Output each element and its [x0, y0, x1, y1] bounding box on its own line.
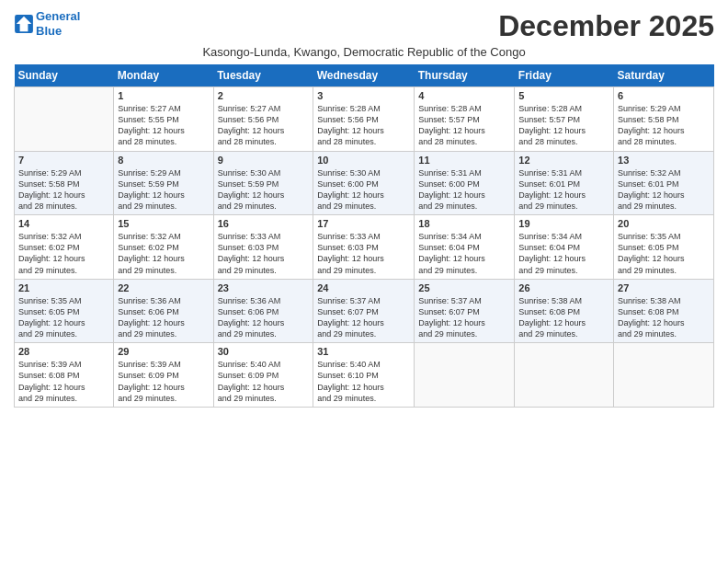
- calendar-cell: 11Sunrise: 5:31 AMSunset: 6:00 PMDayligh…: [415, 151, 515, 215]
- col-monday: Monday: [114, 64, 213, 87]
- day-info: Sunrise: 5:32 AMSunset: 6:02 PMDaylight:…: [18, 231, 109, 276]
- day-number: 9: [218, 155, 310, 166]
- calendar-cell: 18Sunrise: 5:34 AMSunset: 6:04 PMDayligh…: [415, 215, 515, 280]
- day-info: Sunrise: 5:35 AMSunset: 6:05 PMDaylight:…: [18, 295, 109, 340]
- day-info: Sunrise: 5:40 AMSunset: 6:09 PMDaylight:…: [218, 359, 310, 404]
- day-info: Sunrise: 5:36 AMSunset: 6:06 PMDaylight:…: [218, 295, 310, 340]
- calendar-cell: 4Sunrise: 5:28 AMSunset: 5:57 PMDaylight…: [415, 87, 515, 152]
- day-info: Sunrise: 5:28 AMSunset: 5:56 PMDaylight:…: [317, 103, 410, 148]
- col-saturday: Saturday: [614, 64, 714, 87]
- day-number: 19: [518, 218, 609, 229]
- day-number: 14: [18, 218, 109, 229]
- calendar-week-2: 7Sunrise: 5:29 AMSunset: 5:58 PMDaylight…: [15, 151, 714, 215]
- page: General Blue December 2025 Kasongo-Lunda…: [0, 0, 728, 563]
- calendar-cell: 15Sunrise: 5:32 AMSunset: 6:02 PMDayligh…: [114, 215, 213, 280]
- calendar-cell: 31Sunrise: 5:40 AMSunset: 6:10 PMDayligh…: [313, 343, 415, 408]
- calendar-cell: 27Sunrise: 5:38 AMSunset: 6:08 PMDayligh…: [614, 279, 714, 343]
- logo-line1: General: [36, 9, 80, 23]
- day-info: Sunrise: 5:33 AMSunset: 6:03 PMDaylight:…: [317, 231, 410, 276]
- day-number: 25: [418, 282, 510, 293]
- day-info: Sunrise: 5:31 AMSunset: 6:01 PMDaylight:…: [518, 167, 609, 213]
- day-number: 12: [518, 155, 609, 166]
- day-info: Sunrise: 5:27 AMSunset: 5:56 PMDaylight:…: [218, 103, 310, 148]
- day-info: Sunrise: 5:36 AMSunset: 6:06 PMDaylight:…: [118, 295, 209, 340]
- day-info: Sunrise: 5:37 AMSunset: 6:07 PMDaylight:…: [418, 295, 510, 340]
- calendar-cell: 16Sunrise: 5:33 AMSunset: 6:03 PMDayligh…: [213, 215, 313, 280]
- logo-text: General Blue: [36, 9, 80, 38]
- day-number: 10: [317, 155, 410, 166]
- day-number: 1: [118, 90, 209, 101]
- day-number: 2: [218, 90, 310, 101]
- logo-icon: [14, 14, 34, 34]
- day-number: 26: [518, 282, 609, 293]
- calendar-cell: 14Sunrise: 5:32 AMSunset: 6:02 PMDayligh…: [15, 215, 114, 280]
- calendar-cell: [15, 87, 114, 152]
- calendar-cell: 13Sunrise: 5:32 AMSunset: 6:01 PMDayligh…: [614, 151, 714, 215]
- day-info: Sunrise: 5:29 AMSunset: 5:59 PMDaylight:…: [118, 167, 209, 213]
- calendar-cell: 9Sunrise: 5:30 AMSunset: 5:59 PMDaylight…: [213, 151, 313, 215]
- day-number: 27: [618, 282, 710, 293]
- day-info: Sunrise: 5:38 AMSunset: 6:08 PMDaylight:…: [518, 295, 609, 340]
- col-friday: Friday: [515, 64, 614, 87]
- calendar-cell: [515, 343, 614, 408]
- calendar-cell: 28Sunrise: 5:39 AMSunset: 6:08 PMDayligh…: [15, 343, 114, 408]
- calendar-week-1: 1Sunrise: 5:27 AMSunset: 5:55 PMDaylight…: [15, 87, 714, 152]
- calendar-cell: 3Sunrise: 5:28 AMSunset: 5:56 PMDaylight…: [313, 87, 415, 152]
- header: General Blue December 2025: [14, 9, 714, 43]
- col-wednesday: Wednesday: [313, 64, 415, 87]
- day-number: 30: [218, 346, 310, 357]
- logo-line2: Blue: [36, 24, 62, 38]
- day-info: Sunrise: 5:28 AMSunset: 5:57 PMDaylight:…: [418, 103, 510, 148]
- day-number: 22: [118, 282, 209, 293]
- day-number: 11: [418, 155, 510, 166]
- calendar-cell: 10Sunrise: 5:30 AMSunset: 6:00 PMDayligh…: [313, 151, 415, 215]
- calendar-cell: 6Sunrise: 5:29 AMSunset: 5:58 PMDaylight…: [614, 87, 714, 152]
- subtitle: Kasongo-Lunda, Kwango, Democratic Republ…: [14, 45, 714, 59]
- col-tuesday: Tuesday: [213, 64, 313, 87]
- calendar-cell: 21Sunrise: 5:35 AMSunset: 6:05 PMDayligh…: [15, 279, 114, 343]
- calendar-week-5: 28Sunrise: 5:39 AMSunset: 6:08 PMDayligh…: [15, 343, 714, 408]
- day-info: Sunrise: 5:31 AMSunset: 6:00 PMDaylight:…: [418, 167, 510, 213]
- day-info: Sunrise: 5:32 AMSunset: 6:02 PMDaylight:…: [118, 231, 209, 276]
- day-number: 18: [418, 218, 510, 229]
- calendar-header: Sunday Monday Tuesday Wednesday Thursday…: [15, 64, 714, 87]
- day-number: 6: [618, 90, 710, 101]
- day-info: Sunrise: 5:30 AMSunset: 6:00 PMDaylight:…: [317, 167, 410, 213]
- calendar: Sunday Monday Tuesday Wednesday Thursday…: [14, 64, 714, 408]
- day-info: Sunrise: 5:29 AMSunset: 5:58 PMDaylight:…: [18, 167, 109, 213]
- day-number: 16: [218, 218, 310, 229]
- calendar-body: 1Sunrise: 5:27 AMSunset: 5:55 PMDaylight…: [15, 87, 714, 408]
- calendar-cell: 20Sunrise: 5:35 AMSunset: 6:05 PMDayligh…: [614, 215, 714, 280]
- day-number: 31: [317, 346, 410, 357]
- day-number: 15: [118, 218, 209, 229]
- day-info: Sunrise: 5:33 AMSunset: 6:03 PMDaylight:…: [218, 231, 310, 276]
- logo: General Blue: [14, 9, 80, 38]
- calendar-week-3: 14Sunrise: 5:32 AMSunset: 6:02 PMDayligh…: [15, 215, 714, 280]
- calendar-cell: 12Sunrise: 5:31 AMSunset: 6:01 PMDayligh…: [515, 151, 614, 215]
- day-number: 24: [317, 282, 410, 293]
- calendar-cell: 5Sunrise: 5:28 AMSunset: 5:57 PMDaylight…: [515, 87, 614, 152]
- calendar-cell: 23Sunrise: 5:36 AMSunset: 6:06 PMDayligh…: [213, 279, 313, 343]
- day-number: 17: [317, 218, 410, 229]
- calendar-week-4: 21Sunrise: 5:35 AMSunset: 6:05 PMDayligh…: [15, 279, 714, 343]
- day-info: Sunrise: 5:34 AMSunset: 6:04 PMDaylight:…: [518, 231, 609, 276]
- day-info: Sunrise: 5:35 AMSunset: 6:05 PMDaylight:…: [618, 231, 710, 276]
- day-number: 3: [317, 90, 410, 101]
- day-number: 21: [18, 282, 109, 293]
- calendar-cell: 2Sunrise: 5:27 AMSunset: 5:56 PMDaylight…: [213, 87, 313, 152]
- day-number: 13: [618, 155, 710, 166]
- day-info: Sunrise: 5:29 AMSunset: 5:58 PMDaylight:…: [618, 103, 710, 148]
- calendar-cell: 29Sunrise: 5:39 AMSunset: 6:09 PMDayligh…: [114, 343, 213, 408]
- calendar-cell: [415, 343, 515, 408]
- header-row: Sunday Monday Tuesday Wednesday Thursday…: [15, 64, 714, 87]
- day-info: Sunrise: 5:34 AMSunset: 6:04 PMDaylight:…: [418, 231, 510, 276]
- calendar-cell: 25Sunrise: 5:37 AMSunset: 6:07 PMDayligh…: [415, 279, 515, 343]
- calendar-cell: 19Sunrise: 5:34 AMSunset: 6:04 PMDayligh…: [515, 215, 614, 280]
- day-number: 4: [418, 90, 510, 101]
- day-number: 8: [118, 155, 209, 166]
- calendar-cell: 30Sunrise: 5:40 AMSunset: 6:09 PMDayligh…: [213, 343, 313, 408]
- calendar-cell: [614, 343, 714, 408]
- day-info: Sunrise: 5:30 AMSunset: 5:59 PMDaylight:…: [218, 167, 310, 213]
- day-info: Sunrise: 5:39 AMSunset: 6:09 PMDaylight:…: [118, 359, 209, 404]
- calendar-cell: 22Sunrise: 5:36 AMSunset: 6:06 PMDayligh…: [114, 279, 213, 343]
